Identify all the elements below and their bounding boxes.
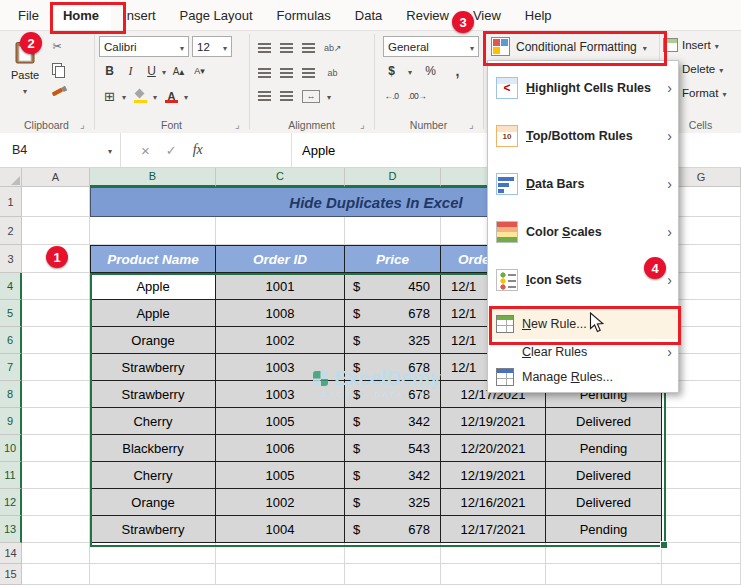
cell-D9[interactable]: $342 <box>345 408 441 435</box>
column-header-A[interactable]: A <box>22 167 90 187</box>
cell-A14[interactable] <box>22 543 90 564</box>
row-header-10[interactable]: 10 <box>0 435 22 462</box>
font-name-select[interactable]: Calibri <box>99 36 189 57</box>
row-header-1[interactable]: 1 <box>0 187 22 217</box>
table-header-product-name[interactable]: Product Name <box>90 245 216 273</box>
cell-F10[interactable]: Pending <box>546 435 662 462</box>
row-header-12[interactable]: 12 <box>0 489 22 516</box>
cell-C7[interactable]: 1003 <box>216 354 345 381</box>
row-header-11[interactable]: 11 <box>0 462 22 489</box>
fill-caret-icon[interactable] <box>153 89 157 103</box>
align-top-icon[interactable] <box>258 43 271 53</box>
row-header-6[interactable]: 6 <box>0 327 22 354</box>
cell-B12[interactable]: Orange <box>90 489 216 516</box>
column-header-C[interactable]: C <box>216 167 345 187</box>
comma-style-button[interactable] <box>449 62 466 80</box>
row-header-8[interactable]: 8 <box>0 381 22 408</box>
increase-decimal-button[interactable] <box>383 87 400 105</box>
menu-item-top-bottom-rules[interactable]: 10Top/Bottom Rules› <box>488 112 678 160</box>
cell-A7[interactable] <box>22 354 90 381</box>
table-header-price[interactable]: Price <box>345 245 441 273</box>
cell-G12[interactable] <box>662 489 741 516</box>
cancel-icon[interactable] <box>141 142 150 159</box>
row-header-15[interactable]: 15 <box>0 564 22 585</box>
cell-D15[interactable] <box>345 564 441 585</box>
tab-review[interactable]: Review <box>394 0 461 30</box>
align-bottom-icon[interactable] <box>302 43 315 53</box>
underline-button[interactable] <box>143 62 160 80</box>
cell-C8[interactable]: 1003 <box>216 381 345 408</box>
cell-F13[interactable]: Pending <box>546 516 662 543</box>
percent-style-button[interactable] <box>422 62 439 80</box>
insert-cells-button[interactable]: Insert <box>663 38 719 52</box>
cut-icon[interactable] <box>48 38 66 54</box>
copy-icon[interactable] <box>48 61 66 77</box>
cell-D6[interactable]: $325 <box>345 327 441 354</box>
cell-A11[interactable] <box>22 462 90 489</box>
cell-A8[interactable] <box>22 381 90 408</box>
cell-A6[interactable] <box>22 327 90 354</box>
cell-A9[interactable] <box>22 408 90 435</box>
cell-G11[interactable] <box>662 462 741 489</box>
cell-B11[interactable]: Cherry <box>90 462 216 489</box>
cell-D4[interactable]: $450 <box>345 273 441 300</box>
menu-item-clear-rules[interactable]: Clear Rules› <box>488 339 678 364</box>
tab-file[interactable]: File <box>6 0 51 30</box>
accounting-caret-icon[interactable] <box>408 64 412 78</box>
tab-home[interactable]: Home <box>51 0 111 30</box>
align-middle-icon[interactable] <box>280 43 293 53</box>
align-center-icon[interactable] <box>280 68 293 78</box>
font-color-button[interactable] <box>163 87 180 105</box>
enter-icon[interactable] <box>166 143 177 158</box>
cell-D12[interactable]: $325 <box>345 489 441 516</box>
cell-A10[interactable] <box>22 435 90 462</box>
cell-C12[interactable]: 1002 <box>216 489 345 516</box>
alignment-dialog-launcher-icon[interactable] <box>360 120 370 130</box>
cell-C13[interactable]: 1004 <box>216 516 345 543</box>
cell-B8[interactable]: Strawberry <box>90 381 216 408</box>
menu-item-color-scales[interactable]: Color Scales› <box>488 208 678 256</box>
cell-E9[interactable]: 12/19/2021 <box>441 408 546 435</box>
cell-C9[interactable]: 1005 <box>216 408 345 435</box>
cell-B14[interactable] <box>90 543 216 564</box>
underline-caret-icon[interactable] <box>162 64 166 78</box>
decrease-font-size-button[interactable] <box>191 62 208 80</box>
insert-function-icon[interactable]: fx <box>193 142 203 158</box>
name-box[interactable]: B4 <box>0 133 121 167</box>
cell-B4[interactable]: Apple <box>90 273 216 300</box>
cell-E10[interactable]: 12/20/2021 <box>441 435 546 462</box>
font-dialog-launcher-icon[interactable] <box>235 120 245 130</box>
menu-item-new-rule[interactable]: New Rule... <box>488 309 678 339</box>
row-header-13[interactable]: 13 <box>0 516 22 543</box>
row-header-9[interactable]: 9 <box>0 408 22 435</box>
align-left-icon[interactable] <box>258 68 271 78</box>
align-right-icon[interactable] <box>302 68 315 78</box>
cell-E15[interactable] <box>441 564 546 585</box>
cell-B6[interactable]: Orange <box>90 327 216 354</box>
increase-font-size-button[interactable] <box>170 62 187 80</box>
cell-D10[interactable]: $543 <box>345 435 441 462</box>
row-header-7[interactable]: 7 <box>0 354 22 381</box>
cell-E13[interactable]: 12/17/2021 <box>441 516 546 543</box>
cell-D2[interactable] <box>345 217 441 245</box>
cell-A13[interactable] <box>22 516 90 543</box>
increase-indent-icon[interactable] <box>280 91 293 101</box>
merge-caret-icon[interactable] <box>327 89 331 103</box>
cell-C11[interactable]: 1005 <box>216 462 345 489</box>
cell-G10[interactable] <box>662 435 741 462</box>
row-header-5[interactable]: 5 <box>0 300 22 327</box>
cell-E14[interactable] <box>441 543 546 564</box>
tab-insert[interactable]: Insert <box>111 0 168 30</box>
tab-formulas[interactable]: Formulas <box>265 0 343 30</box>
font-color-caret-icon[interactable] <box>184 89 188 103</box>
cell-D13[interactable]: $678 <box>345 516 441 543</box>
menu-item-data-bars[interactable]: Data Bars› <box>488 160 678 208</box>
number-dialog-launcher-icon[interactable] <box>469 120 479 130</box>
cell-B13[interactable]: Strawberry <box>90 516 216 543</box>
cell-A5[interactable] <box>22 300 90 327</box>
cell-G15[interactable] <box>662 564 741 585</box>
row-header-4[interactable]: 4 <box>0 273 22 300</box>
cell-B15[interactable] <box>90 564 216 585</box>
wrap-text-button[interactable] <box>324 64 341 82</box>
cell-D7[interactable]: $678 <box>345 354 441 381</box>
